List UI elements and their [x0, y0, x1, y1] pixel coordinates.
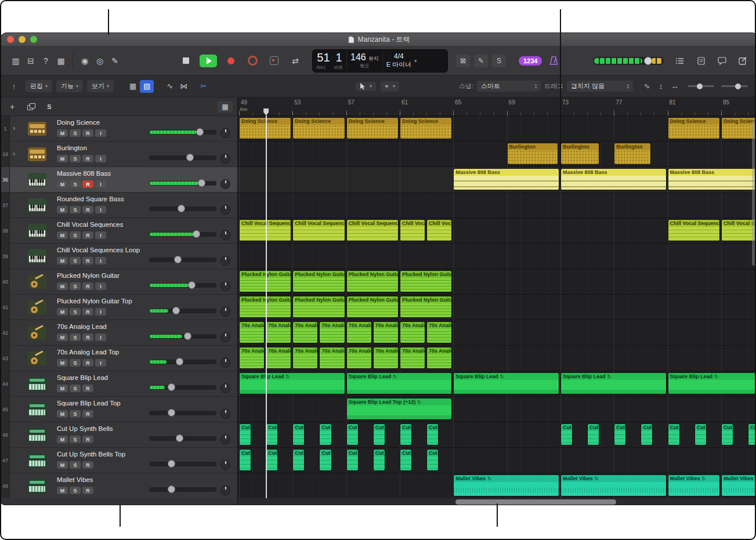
track-lane-46[interactable]: CutCutCutCutCutCutCutCutCutCutCutCutCutC… — [238, 422, 756, 448]
zoom-knob[interactable] — [697, 84, 703, 89]
zoom-knob[interactable] — [735, 84, 741, 89]
input-monitor-button[interactable]: I — [95, 180, 106, 188]
track-name[interactable]: Plucked Nylon Guitar — [57, 272, 120, 279]
region[interactable]: Doing Science — [346, 117, 399, 139]
region[interactable]: Plucked Nylon Guitar Top — [400, 296, 452, 318]
input-monitor-button[interactable]: I — [95, 308, 106, 316]
volume-slider[interactable] — [149, 334, 216, 339]
track-lane-47[interactable]: CutCutCutCutCutCutCutCut — [238, 448, 756, 473]
volume-slider[interactable] — [149, 385, 216, 390]
volume-slider-knob[interactable] — [193, 230, 200, 238]
volume-slider-knob[interactable] — [178, 205, 185, 212]
editors-button[interactable]: ✎ — [107, 54, 122, 68]
record-enable-button[interactable]: R — [82, 385, 93, 392]
pan-knob[interactable] — [220, 205, 230, 215]
region[interactable]: Chill Vocal Sequences — [239, 219, 291, 241]
mute-button[interactable]: M — [57, 206, 68, 213]
solo-button[interactable]: S — [70, 129, 81, 137]
track-name[interactable]: Plucked Nylon Guitar Top — [57, 298, 132, 305]
track-name[interactable]: Chill Vocal Sequences Loop — [57, 247, 140, 253]
volume-slider[interactable] — [149, 232, 216, 237]
track-header-38[interactable]: 38Chill Vocal SequencesMSRI — [1, 218, 237, 244]
track-header-48[interactable]: 48Mallet VibesMSR — [1, 473, 237, 498]
track-header-37[interactable]: 37Rounded Square BassMSRI — [1, 193, 237, 218]
track-lane-36[interactable]: Massive 808 BassMassive 808 BassMassive … — [238, 167, 756, 193]
pencil-mode-button[interactable]: ✎ — [474, 55, 488, 67]
disclosure-chevron-icon[interactable]: › — [13, 124, 15, 132]
play-button[interactable] — [200, 55, 217, 67]
region[interactable]: 70s Analog Lead — [266, 321, 291, 343]
metronome-button[interactable] — [547, 55, 560, 67]
solo-button[interactable]: S — [70, 385, 81, 392]
volume-slider-knob[interactable] — [188, 281, 196, 289]
region[interactable]: Cut — [560, 423, 573, 445]
toolbar-toggle-button[interactable]: ▦ — [53, 54, 68, 68]
region[interactable]: 70s Analog Lead Top — [400, 347, 425, 369]
track-lane-40[interactable]: Plucked Nylon GuitarPlucked Nylon Guitar… — [238, 269, 756, 295]
command-click-tool-menu[interactable]: + ▾ — [381, 81, 399, 92]
region[interactable]: Doing Science — [239, 117, 291, 139]
track-header-44[interactable]: 44Square Blip LeadMSR — [1, 371, 237, 397]
track-header-47[interactable]: 47Cut Up Synth Bells TopMSR — [1, 448, 237, 473]
track-header-43[interactable]: 4370s Analog Lead TopMSRI — [1, 346, 237, 371]
region[interactable]: Doing Science — [292, 117, 345, 139]
volume-slider[interactable] — [149, 206, 216, 211]
region[interactable]: 70s Analog Lead — [373, 321, 399, 343]
region[interactable]: 70s Analog Lead — [426, 321, 452, 343]
mute-button[interactable]: M — [57, 180, 68, 188]
region[interactable]: Plucked Nylon Guitar Top — [346, 296, 399, 318]
region[interactable]: Cut — [266, 449, 278, 471]
cycle-button[interactable] — [245, 54, 260, 68]
solo-button[interactable]: S — [70, 155, 81, 162]
region[interactable]: Doing Science — [400, 117, 452, 139]
list-editors-button[interactable] — [672, 54, 688, 68]
mute-button[interactable]: M — [57, 410, 68, 418]
region[interactable]: Burlington — [507, 143, 558, 165]
record-button[interactable] — [223, 54, 238, 68]
track-icon-guitar[interactable] — [27, 273, 48, 291]
horizontal-auto-zoom-button[interactable]: ↔ — [668, 80, 682, 93]
volume-slider-knob[interactable] — [168, 383, 175, 391]
region[interactable]: 70s Analog Lead — [239, 321, 265, 343]
track-icon-keys[interactable] — [27, 222, 48, 240]
input-monitor-button[interactable]: I — [95, 334, 106, 341]
volume-slider-knob[interactable] — [196, 128, 204, 136]
region[interactable]: Plucked Nylon Guitar — [346, 270, 399, 292]
loops-browser-button[interactable] — [714, 54, 729, 68]
region[interactable]: 70s Analog Lead Top — [266, 347, 291, 369]
hide-tracks-button[interactable]: ↑ — [7, 80, 21, 93]
region[interactable]: Cut — [346, 449, 359, 471]
region[interactable]: Chill Vocal Sequences — [400, 219, 425, 241]
quick-help-button[interactable]: ? — [38, 54, 53, 68]
track-lane-18[interactable]: BurlingtonBurlingtonBurlington — [238, 142, 756, 167]
track-header-39[interactable]: 39Chill Vocal Sequences LoopMSRI — [1, 244, 237, 269]
mute-button[interactable]: M — [57, 487, 68, 494]
track-lane-41[interactable]: Plucked Nylon Guitar TopPlucked Nylon Gu… — [238, 295, 756, 320]
mute-button[interactable]: M — [57, 231, 68, 239]
record-enable-button[interactable]: R — [82, 334, 93, 341]
solo-button[interactable]: S — [70, 410, 81, 418]
pan-knob[interactable] — [220, 383, 230, 393]
region[interactable]: Doing Science — [668, 117, 720, 139]
region[interactable]: Cut — [346, 423, 359, 445]
input-monitor-button[interactable]: I — [95, 257, 106, 264]
record-enable-button[interactable]: R — [82, 461, 93, 469]
track-name[interactable]: 70s Analog Lead Top — [57, 349, 119, 356]
input-monitor-button[interactable]: I — [95, 282, 106, 290]
volume-slider[interactable] — [149, 411, 216, 415]
disclosure-chevron-icon[interactable]: › — [13, 149, 15, 158]
solo-button[interactable]: S — [70, 206, 81, 213]
track-name[interactable]: Square Blip Lead Top — [57, 400, 121, 407]
pan-knob[interactable] — [220, 307, 230, 317]
record-enable-button[interactable]: R — [82, 257, 93, 264]
input-monitor-button[interactable]: I — [95, 129, 106, 137]
volume-slider[interactable] — [149, 360, 216, 364]
track-icon-drum[interactable] — [27, 120, 48, 137]
input-monitor-button[interactable]: I — [95, 155, 106, 162]
region[interactable]: 70s Analog Lead Top — [239, 347, 265, 369]
smart-controls-button[interactable]: ◎ — [92, 54, 107, 68]
flex-button[interactable]: ⋈ — [177, 80, 191, 93]
track-lane-48[interactable]: Mallet Vibes↻Mallet Vibes↻Mallet Vibes↻M… — [238, 473, 756, 498]
volume-slider-knob[interactable] — [168, 409, 175, 416]
region[interactable]: Square Blip Lead↻ — [668, 372, 756, 394]
